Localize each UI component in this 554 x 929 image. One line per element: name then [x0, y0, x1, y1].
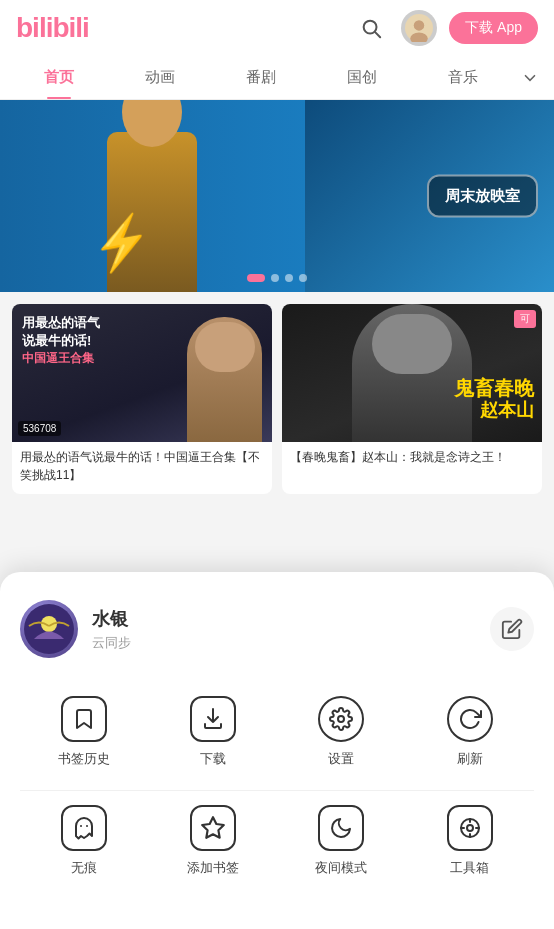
keyi-badge: 可 [514, 310, 536, 328]
svg-point-3 [414, 20, 425, 31]
menu-settings[interactable]: 设置 [277, 686, 406, 782]
yellow-text-overlay: 鬼畜春晚 赵本山 [454, 376, 542, 422]
user-row: 水银 云同步 [20, 600, 534, 658]
user-avatar[interactable] [401, 10, 437, 46]
menu-row-1: 书签历史 下载 设置 [20, 686, 534, 782]
video-thumb-1: 用最怂的语气 说最牛的话! 中国逼王合集 536708 [12, 304, 272, 442]
avatar-image [20, 600, 78, 658]
nav-tabs: 首页 动画 番剧 国创 音乐 [0, 56, 554, 100]
user-info: 水银 云同步 [92, 607, 490, 652]
tab-home[interactable]: 首页 [8, 56, 109, 99]
video-thumb-2: 鬼畜春晚 赵本山 可 [282, 304, 542, 442]
banner[interactable]: ⚡ 周末放映室 [0, 100, 554, 292]
menu-add-bookmark[interactable]: 添加书签 [149, 795, 278, 891]
dot-3 [285, 274, 293, 282]
menu-incognito[interactable]: 无痕 [20, 795, 149, 891]
user-avatar-modal [20, 600, 78, 658]
toolbox-icon [447, 805, 493, 851]
menu-divider [20, 790, 534, 791]
moon-icon [318, 805, 364, 851]
banner-figure: ⚡ [0, 100, 305, 292]
bookmark-label: 书签历史 [58, 750, 110, 768]
video-grid: 用最怂的语气 说最牛的话! 中国逼王合集 536708 用最怂的语气说最牛的话！… [0, 292, 554, 506]
menu-download[interactable]: 下载 [149, 686, 278, 782]
dot-1 [247, 274, 265, 282]
video-card-2[interactable]: 鬼畜春晚 赵本山 可 【春晚鬼畜】赵本山：我就是念诗之王！ [282, 304, 542, 494]
svg-marker-8 [202, 817, 224, 838]
menu-bookmark[interactable]: 书签历史 [20, 686, 149, 782]
add-bookmark-label: 添加书签 [187, 859, 239, 877]
more-tabs-icon[interactable] [514, 56, 546, 100]
download-label: 下载 [200, 750, 226, 768]
search-button[interactable] [353, 10, 389, 46]
menu-refresh[interactable]: 刷新 [406, 686, 535, 782]
dot-2 [271, 274, 279, 282]
menu-night-mode[interactable]: 夜间模式 [277, 795, 406, 891]
menu-toolbox[interactable]: 工具箱 [406, 795, 535, 891]
svg-point-7 [338, 716, 344, 722]
refresh-label: 刷新 [457, 750, 483, 768]
ghost-icon [61, 805, 107, 851]
user-name: 水银 [92, 607, 490, 631]
download-icon [190, 696, 236, 742]
banner-dots [247, 274, 307, 282]
banner-overlay-text: 周末放映室 [427, 175, 538, 218]
video-title-1: 用最怂的语气说最牛的话！中国逼王合集【不笑挑战11】 [12, 442, 272, 494]
tab-music[interactable]: 音乐 [413, 56, 514, 99]
settings-label: 设置 [328, 750, 354, 768]
video-card-1[interactable]: 用最怂的语气 说最牛的话! 中国逼王合集 536708 用最怂的语气说最牛的话！… [12, 304, 272, 494]
night-mode-label: 夜间模式 [315, 859, 367, 877]
star-icon [190, 805, 236, 851]
incognito-label: 无痕 [71, 859, 97, 877]
bookmark-icon [61, 696, 107, 742]
dot-4 [299, 274, 307, 282]
tab-series[interactable]: 番剧 [210, 56, 311, 99]
settings-icon [318, 696, 364, 742]
refresh-icon [447, 696, 493, 742]
view-count-1: 536708 [18, 421, 61, 436]
bottom-modal: 水银 云同步 书签历史 [0, 572, 554, 929]
tab-guochuang[interactable]: 国创 [312, 56, 413, 99]
edit-profile-button[interactable] [490, 607, 534, 651]
header: bilibili 下载 App [0, 0, 554, 56]
video-title-2: 【春晚鬼畜】赵本山：我就是念诗之王！ [282, 442, 542, 476]
svg-line-1 [375, 32, 380, 37]
tab-animation[interactable]: 动画 [109, 56, 210, 99]
toolbox-label: 工具箱 [450, 859, 489, 877]
download-app-button[interactable]: 下载 App [449, 12, 538, 44]
logo: bilibili [16, 12, 341, 44]
menu-row-2: 无痕 添加书签 夜间模式 [20, 795, 534, 891]
svg-point-10 [467, 825, 473, 831]
user-subtitle: 云同步 [92, 634, 490, 652]
